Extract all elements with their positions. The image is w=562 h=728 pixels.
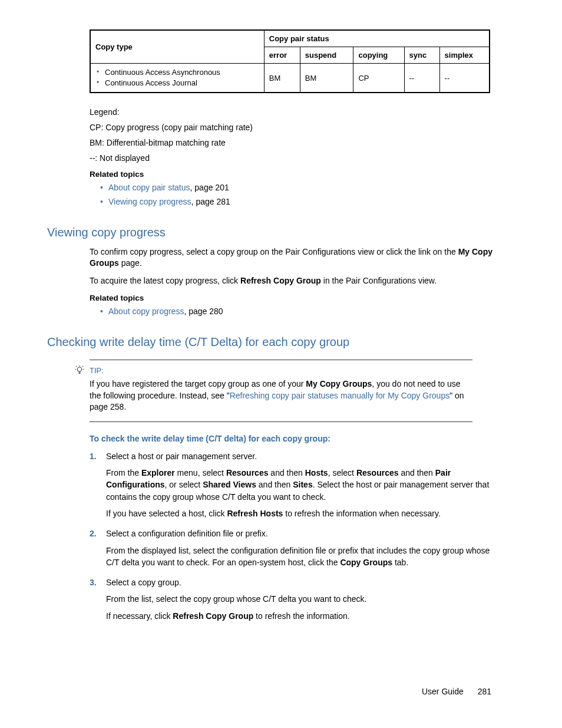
tip-label: TIP: (90, 366, 472, 375)
procedure-heading: To check the write delay time (C/T delta… (90, 434, 503, 443)
td-copying: CP (353, 64, 404, 93)
step-lead: Select a configuration definition file o… (106, 529, 268, 538)
step-detail: If necessary, click Refresh Copy Group t… (106, 610, 503, 622)
tip-block: TIP: If you have registered the target c… (90, 360, 472, 422)
svg-line-7 (82, 366, 83, 367)
procedure-steps: Select a host or pair management server.… (90, 450, 503, 622)
related-topic-link[interactable]: About copy progress (108, 307, 184, 316)
th-copying: copying (353, 47, 404, 64)
th-error: error (264, 47, 300, 64)
legend-line: CP: Copy progress (copy pair matching ra… (90, 123, 503, 132)
th-sync: sync (404, 47, 439, 64)
copy-type-status-table: Copy type Copy pair status error suspend… (90, 29, 490, 93)
td-sync: -- (404, 64, 439, 93)
step-item: Select a copy group. From the list, sele… (106, 577, 503, 622)
step-detail: From the displayed list, select the conf… (106, 545, 503, 569)
copy-type-item: Continuous Access Journal (95, 78, 259, 88)
tip-text: If you have registered the target copy g… (90, 378, 472, 413)
footer-doc-title: User Guide (422, 687, 464, 696)
legend-line: BM: Differential-bitmap matching rate (90, 138, 503, 147)
tip-lightbulb-icon (73, 365, 86, 378)
td-copy-type-list: Continuous Access Asynchronous Continuou… (90, 64, 264, 93)
step-item: Select a configuration definition file o… (106, 528, 503, 568)
th-simplex: simplex (439, 47, 490, 64)
td-error: BM (264, 64, 300, 93)
related-topics-heading: Related topics (90, 294, 503, 302)
svg-line-6 (76, 366, 77, 367)
step-detail: From the Explorer menu, select Resources… (106, 467, 503, 503)
related-topic-item: About copy progress, page 280 (100, 306, 503, 318)
related-topic-link[interactable]: Viewing copy progress (108, 197, 191, 206)
legend-block: Legend: CP: Copy progress (copy pair mat… (90, 107, 503, 207)
footer-page-number: 281 (478, 687, 491, 696)
step-detail: From the list, select the copy group who… (106, 593, 503, 605)
body-paragraph: To acquire the latest copy progress, cli… (90, 275, 503, 287)
related-topic-link[interactable]: About copy pair status (108, 183, 190, 192)
related-topic-rest: , page 280 (184, 307, 223, 316)
legend-line: --: Not displayed (90, 153, 503, 163)
th-pair-status: Copy pair status (264, 30, 490, 47)
related-topics-heading: Related topics (90, 170, 503, 179)
legend-label: Legend: (90, 107, 503, 117)
svg-point-0 (77, 367, 82, 372)
tip-link[interactable]: Refreshing copy pair statuses manually f… (230, 391, 450, 400)
th-copy-type: Copy type (90, 30, 264, 64)
copy-type-item: Continuous Access Asynchronous (95, 67, 259, 78)
related-topics-list: About copy pair status, page 201 Viewing… (100, 182, 503, 207)
body-paragraph: To confirm copy progress, select a copy … (90, 246, 503, 269)
th-suspend: suspend (300, 47, 353, 64)
section-heading-viewing-copy-progress: Viewing copy progress (47, 226, 503, 239)
step-item: Select a host or pair management server.… (106, 450, 503, 519)
td-suspend: BM (300, 64, 353, 93)
related-topic-item: Viewing copy progress, page 281 (100, 196, 503, 208)
section-heading-checking-write-delay: Checking write delay time (C/T Delta) fo… (47, 335, 503, 349)
related-topics-list: About copy progress, page 280 (100, 306, 503, 318)
step-lead: Select a copy group. (106, 578, 181, 587)
page-footer: User Guide 281 (47, 687, 503, 696)
step-detail: If you have selected a host, click Refre… (106, 508, 503, 519)
td-simplex: -- (439, 64, 490, 93)
step-lead: Select a host or pair management server. (106, 452, 257, 461)
related-topic-rest: , page 281 (191, 197, 230, 206)
related-topic-item: About copy pair status, page 201 (100, 182, 503, 194)
related-topic-rest: , page 201 (190, 183, 229, 192)
